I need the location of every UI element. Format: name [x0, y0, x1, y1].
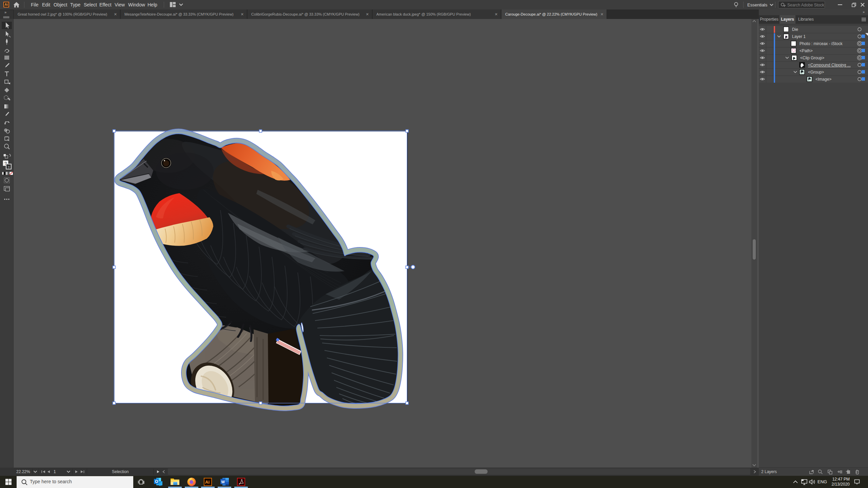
svg-text:Die: Die [792, 27, 798, 32]
svg-text:<Path>: <Path> [800, 48, 813, 53]
svg-text:Ai: Ai [205, 480, 210, 485]
svg-text:<Group>: <Group> [808, 70, 824, 75]
svg-text:<Clip Group>: <Clip Group> [800, 56, 824, 60]
svg-text:W: W [221, 480, 225, 484]
svg-text:O: O [155, 479, 158, 484]
svg-text:Layer 1: Layer 1 [792, 34, 806, 39]
svg-text:<Compound Clipping ...: <Compound Clipping ... [808, 63, 851, 67]
svg-text:?: ? [8, 166, 9, 169]
svg-text:Photo : mirceax - iStock: Photo : mirceax - iStock [800, 41, 843, 46]
svg-text:<Image>: <Image> [815, 77, 831, 82]
